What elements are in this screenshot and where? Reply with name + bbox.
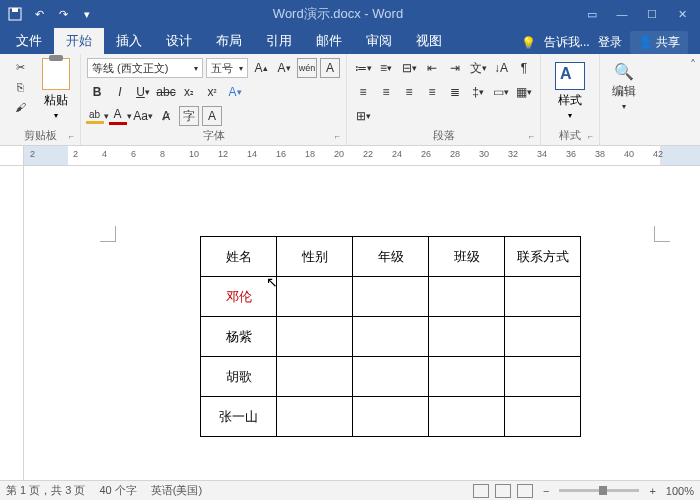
- ribbon-options-icon[interactable]: ▭: [578, 3, 606, 25]
- tab-home[interactable]: 开始: [54, 28, 104, 54]
- ruler-vertical[interactable]: [0, 166, 24, 480]
- table-cell[interactable]: [277, 397, 353, 437]
- tell-me-icon[interactable]: 💡: [521, 36, 536, 50]
- table-header-cell[interactable]: 联系方式: [505, 237, 581, 277]
- tell-me-text[interactable]: 告诉我...: [544, 34, 590, 51]
- table-cell[interactable]: [353, 317, 429, 357]
- tab-mailings[interactable]: 邮件: [304, 28, 354, 54]
- redo-icon[interactable]: ↷: [52, 3, 74, 25]
- table-cell[interactable]: [429, 317, 505, 357]
- table-cell[interactable]: [277, 277, 353, 317]
- tab-insert[interactable]: 插入: [104, 28, 154, 54]
- sort-icon[interactable]: ↓A: [491, 58, 511, 78]
- status-word-count[interactable]: 40 个字: [99, 483, 136, 498]
- table-header-cell[interactable]: 年级: [353, 237, 429, 277]
- editing-button[interactable]: 🔍 编辑 ▾: [606, 58, 642, 141]
- change-case-icon[interactable]: Aa▾: [133, 106, 153, 126]
- align-right-icon[interactable]: ≡: [399, 82, 419, 102]
- table-cell[interactable]: [353, 277, 429, 317]
- maximize-icon[interactable]: ☐: [638, 3, 666, 25]
- paste-dropdown-icon[interactable]: ▾: [54, 111, 58, 120]
- justify-icon[interactable]: ≡: [422, 82, 442, 102]
- strikethrough-icon[interactable]: abc: [156, 82, 176, 102]
- ruler-horizontal[interactable]: 2 24681012141618202224262830323436384042: [0, 146, 700, 166]
- highlight-color-icon[interactable]: ab▾: [87, 106, 107, 126]
- table-cell[interactable]: 杨紫: [201, 317, 277, 357]
- table-cell[interactable]: [505, 277, 581, 317]
- italic-icon[interactable]: I: [110, 82, 130, 102]
- table-header-row[interactable]: 姓名 性别 年级 班级 联系方式: [201, 237, 581, 277]
- table-cell[interactable]: [505, 317, 581, 357]
- save-icon[interactable]: [4, 3, 26, 25]
- borders-icon[interactable]: ▦▾: [514, 82, 534, 102]
- table-header-cell[interactable]: 班级: [429, 237, 505, 277]
- read-mode-icon[interactable]: [473, 484, 489, 498]
- paste-button[interactable]: 粘贴 ▾: [38, 58, 74, 126]
- clear-formatting-icon[interactable]: A̷: [156, 106, 176, 126]
- bold-icon[interactable]: B: [87, 82, 107, 102]
- tab-review[interactable]: 审阅: [354, 28, 404, 54]
- subscript-icon[interactable]: x₂: [179, 82, 199, 102]
- table-cell[interactable]: [429, 357, 505, 397]
- line-spacing-icon[interactable]: ‡▾: [468, 82, 488, 102]
- table-cell[interactable]: 邓伦: [201, 277, 277, 317]
- table-cell[interactable]: [429, 277, 505, 317]
- character-border-icon[interactable]: A: [320, 58, 340, 78]
- minimize-icon[interactable]: —: [608, 3, 636, 25]
- document-area[interactable]: 姓名 性别 年级 班级 联系方式 邓伦 杨紫 胡歌 张一山: [0, 166, 700, 480]
- snap-grid-icon[interactable]: ⊞▾: [353, 106, 373, 126]
- grow-font-icon[interactable]: A▴: [251, 58, 271, 78]
- zoom-slider[interactable]: [559, 489, 639, 492]
- web-layout-icon[interactable]: [517, 484, 533, 498]
- superscript-icon[interactable]: x²: [202, 82, 222, 102]
- multilevel-list-icon[interactable]: ⊟▾: [399, 58, 419, 78]
- increase-indent-icon[interactable]: ⇥: [445, 58, 465, 78]
- shading-icon[interactable]: ▭▾: [491, 82, 511, 102]
- paragraph-launcher-icon[interactable]: ⌐: [529, 131, 534, 141]
- tab-view[interactable]: 视图: [404, 28, 454, 54]
- styles-button[interactable]: 样式 ▾: [547, 58, 593, 126]
- align-left-icon[interactable]: ≡: [353, 82, 373, 102]
- underline-icon[interactable]: U▾: [133, 82, 153, 102]
- align-center-icon[interactable]: ≡: [376, 82, 396, 102]
- distributed-icon[interactable]: ≣: [445, 82, 465, 102]
- table-cell[interactable]: [353, 397, 429, 437]
- editing-dropdown-icon[interactable]: ▾: [622, 102, 626, 111]
- table-cell[interactable]: [505, 397, 581, 437]
- table-header-cell[interactable]: 性别: [277, 237, 353, 277]
- table-cell[interactable]: 张一山: [201, 397, 277, 437]
- table-row[interactable]: 张一山: [201, 397, 581, 437]
- close-icon[interactable]: ✕: [668, 3, 696, 25]
- tab-layout[interactable]: 布局: [204, 28, 254, 54]
- font-size-combo[interactable]: 五号▾: [206, 58, 248, 78]
- login-link[interactable]: 登录: [598, 34, 622, 51]
- table-header-cell[interactable]: 姓名: [201, 237, 277, 277]
- table-row[interactable]: 胡歌: [201, 357, 581, 397]
- styles-launcher-icon[interactable]: ⌐: [588, 131, 593, 141]
- table-cell[interactable]: [353, 357, 429, 397]
- tab-design[interactable]: 设计: [154, 28, 204, 54]
- cut-icon[interactable]: ✂: [10, 58, 30, 76]
- tab-file[interactable]: 文件: [4, 28, 54, 54]
- zoom-level[interactable]: 100%: [666, 485, 694, 497]
- copy-icon[interactable]: ⎘: [10, 78, 30, 96]
- format-painter-icon[interactable]: 🖌: [10, 98, 30, 116]
- qat-dropdown-icon[interactable]: ▾: [76, 3, 98, 25]
- status-language[interactable]: 英语(美国): [151, 483, 202, 498]
- phonetic-guide-icon[interactable]: wén: [297, 58, 317, 78]
- zoom-in-button[interactable]: +: [649, 485, 655, 497]
- table-cell[interactable]: [277, 317, 353, 357]
- font-color-icon[interactable]: A▾: [110, 106, 130, 126]
- collapse-ribbon-icon[interactable]: ˄: [686, 54, 700, 145]
- print-layout-icon[interactable]: [495, 484, 511, 498]
- enclose-characters-icon[interactable]: 字: [179, 106, 199, 126]
- share-button[interactable]: 👤 共享: [630, 31, 688, 54]
- bullets-icon[interactable]: ≔▾: [353, 58, 373, 78]
- table-row[interactable]: 邓伦: [201, 277, 581, 317]
- undo-icon[interactable]: ↶: [28, 3, 50, 25]
- decrease-indent-icon[interactable]: ⇤: [422, 58, 442, 78]
- status-page[interactable]: 第 1 页，共 3 页: [6, 483, 85, 498]
- font-launcher-icon[interactable]: ⌐: [335, 131, 340, 141]
- table-cell[interactable]: 胡歌: [201, 357, 277, 397]
- document-table[interactable]: 姓名 性别 年级 班级 联系方式 邓伦 杨紫 胡歌 张一山: [200, 236, 581, 437]
